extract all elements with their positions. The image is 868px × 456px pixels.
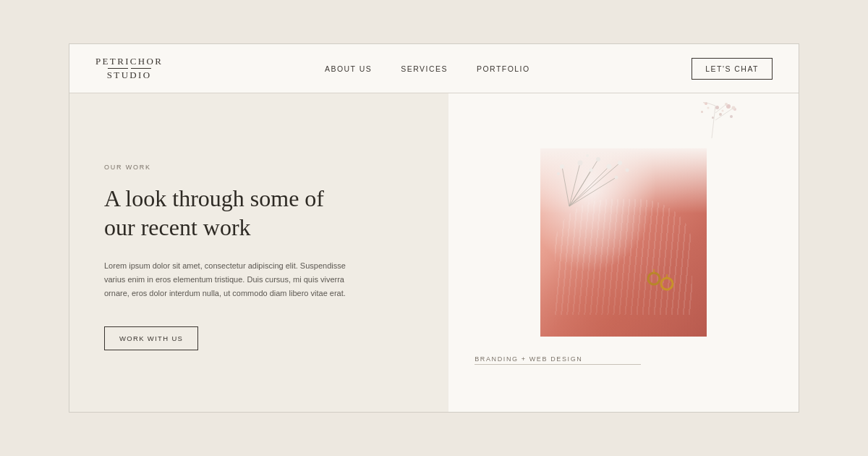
svg-line-17 xyxy=(569,166,609,206)
nav-portfolio[interactable]: PORTFOLIO xyxy=(477,64,530,73)
svg-point-5 xyxy=(725,103,728,106)
svg-line-0 xyxy=(712,106,715,138)
svg-point-24 xyxy=(607,164,612,169)
logo-divider-line-left xyxy=(108,68,128,69)
portfolio-category-label: BRANDING + WEB DESIGN xyxy=(475,355,582,363)
lets-chat-button[interactable]: LET'S CHAT xyxy=(692,58,773,80)
svg-line-1 xyxy=(705,102,715,106)
section-label: OUR WORK xyxy=(104,164,414,171)
svg-line-3 xyxy=(715,108,733,120)
svg-line-19 xyxy=(569,163,620,206)
portfolio-image xyxy=(540,148,707,337)
svg-point-8 xyxy=(721,110,723,112)
svg-point-20 xyxy=(560,164,564,169)
logo: PETRICHOR STUDIO xyxy=(95,56,163,80)
main-content: OUR WORK A look through some of our rece… xyxy=(69,93,799,412)
svg-point-7 xyxy=(707,107,709,109)
logo-bottom: STUDIO xyxy=(107,69,152,81)
floral-svg xyxy=(697,102,741,142)
nav-services[interactable]: SERVICES xyxy=(401,64,448,73)
flower-sprigs xyxy=(548,152,634,210)
svg-point-21 xyxy=(578,160,583,165)
earrings-decoration xyxy=(645,268,681,297)
svg-point-26 xyxy=(618,161,622,165)
nav-links: ABOUT US SERVICES PORTFOLIO xyxy=(325,64,530,73)
svg-point-4 xyxy=(703,102,706,104)
svg-point-28 xyxy=(586,154,589,157)
svg-line-14 xyxy=(569,163,580,206)
floral-decoration xyxy=(697,102,741,142)
nav-about[interactable]: ABOUT US xyxy=(325,64,372,73)
logo-divider-line-right xyxy=(131,68,151,69)
svg-line-16 xyxy=(569,159,598,206)
svg-point-27 xyxy=(557,172,560,175)
svg-line-18 xyxy=(569,177,616,206)
svg-line-2 xyxy=(715,104,726,113)
svg-point-6 xyxy=(731,106,735,110)
right-panel: BRANDING + WEB DESIGN xyxy=(448,93,799,412)
navbar: PETRICHOR STUDIO ABOUT US SERVICES PORTF… xyxy=(69,44,799,93)
logo-divider xyxy=(108,68,151,69)
browser-frame: PETRICHOR STUDIO ABOUT US SERVICES PORTF… xyxy=(69,43,799,413)
svg-point-22 xyxy=(590,168,593,172)
logo-top: PETRICHOR xyxy=(95,56,163,67)
svg-point-29 xyxy=(626,168,629,172)
svg-point-10 xyxy=(661,278,673,290)
svg-point-9 xyxy=(648,273,660,284)
main-heading: A look through some of our recent work xyxy=(104,184,336,242)
svg-point-23 xyxy=(596,157,600,161)
svg-line-13 xyxy=(562,166,569,206)
svg-point-25 xyxy=(615,175,618,179)
left-panel: OUR WORK A look through some of our rece… xyxy=(69,93,448,412)
portfolio-image-wrap xyxy=(540,148,707,337)
work-with-us-button[interactable]: WORK WITH US xyxy=(104,326,198,350)
portfolio-divider xyxy=(475,364,641,365)
hero-body-text: Lorem ipsum dolor sit amet, consectetur … xyxy=(104,259,350,301)
